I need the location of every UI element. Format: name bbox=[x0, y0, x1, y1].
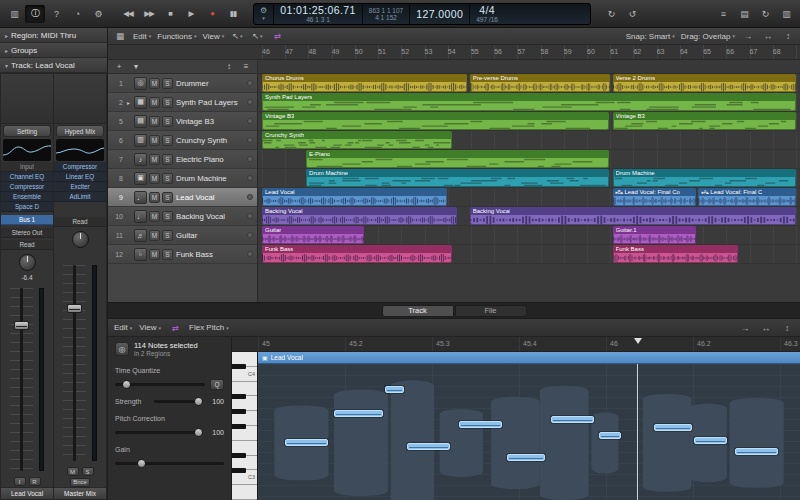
track-power-icon[interactable] bbox=[247, 232, 253, 238]
solo-button[interactable]: S bbox=[162, 173, 173, 184]
flex-pitch-note[interactable] bbox=[694, 437, 727, 444]
mute-button[interactable]: M bbox=[149, 192, 160, 203]
track-height-icon[interactable]: ↕ bbox=[222, 61, 236, 72]
ruler-scale[interactable]: 4647484950515253545556575859606162636465… bbox=[258, 45, 800, 59]
smart-controls-icon[interactable]: ◔ bbox=[67, 5, 87, 23]
fader-track[interactable] bbox=[20, 288, 23, 471]
mute-button[interactable]: M bbox=[149, 249, 160, 260]
strength-slider[interactable] bbox=[154, 400, 203, 403]
region[interactable]: Verse 2 Drums bbox=[613, 74, 796, 92]
lcd-time-section[interactable]: 01:01:25:06.71 46 1 3 1 bbox=[274, 4, 363, 24]
piano-key-black[interactable] bbox=[232, 364, 246, 369]
apple-loops-icon[interactable]: ↻ bbox=[755, 5, 775, 23]
command-tool-menu[interactable]: ↖▾ bbox=[250, 30, 264, 43]
view-menu[interactable]: View▾ bbox=[203, 32, 225, 41]
forward-button[interactable]: ▶▶ bbox=[139, 5, 159, 23]
flex-pitch-menu[interactable]: Flex Pitch▾ bbox=[189, 323, 229, 332]
region[interactable]: Crunchy Synth bbox=[262, 131, 452, 149]
add-track-button[interactable]: + bbox=[112, 61, 126, 72]
time-quantize-slider[interactable] bbox=[115, 383, 205, 386]
record-enable-button[interactable]: R bbox=[29, 477, 41, 486]
track-header-funk-bass[interactable]: 12♭MSFunk Bass bbox=[108, 245, 257, 264]
tab-file[interactable]: File bbox=[455, 305, 527, 317]
piano-keyboard[interactable]: C4C3 bbox=[232, 352, 258, 500]
region[interactable]: Chorus Drums bbox=[262, 74, 467, 92]
slider-knob[interactable] bbox=[194, 397, 203, 406]
flex-pitch-note[interactable] bbox=[551, 416, 594, 423]
tab-track[interactable]: Track bbox=[382, 305, 454, 317]
fader-track[interactable] bbox=[73, 265, 76, 461]
piano-key-c4[interactable]: C4 bbox=[232, 367, 257, 382]
inspector-icon[interactable]: ⓘ bbox=[25, 5, 45, 23]
v-zoom-icon[interactable]: ↕ bbox=[780, 321, 794, 334]
channel-setting-button[interactable]: Hyped Mix bbox=[56, 125, 104, 137]
piano-key-black[interactable] bbox=[232, 394, 246, 399]
track-power-icon[interactable] bbox=[247, 137, 253, 143]
tools-icon[interactable]: ⚙ bbox=[88, 5, 108, 23]
track-header-backing-vocal[interactable]: 10♩MSBacking Vocal bbox=[108, 207, 257, 226]
bar-ruler[interactable]: 4647484950515253545556575859606162636465… bbox=[108, 45, 800, 60]
pan-knob[interactable] bbox=[19, 254, 36, 271]
mute-button[interactable]: M bbox=[149, 211, 160, 222]
audio-fx-slot[interactable]: Compressor bbox=[1, 182, 53, 192]
eq-thumbnail[interactable] bbox=[56, 139, 104, 161]
lcd-settings-icon[interactable]: ⚙ bbox=[260, 6, 267, 15]
edit-menu[interactable]: Edit▾ bbox=[133, 32, 151, 41]
flex-pitch-note[interactable] bbox=[285, 439, 328, 446]
region[interactable]: Drum Machine bbox=[613, 169, 796, 187]
flex-pitch-note[interactable] bbox=[407, 443, 450, 450]
region[interactable]: E-Piano bbox=[306, 150, 609, 168]
solo-button[interactable]: S bbox=[162, 211, 173, 222]
region[interactable]: Synth Pad Layers bbox=[262, 93, 796, 111]
quantize-button[interactable]: Q bbox=[210, 379, 224, 390]
channel-name[interactable]: Lead Vocal bbox=[1, 487, 53, 499]
output-slot[interactable]: Stereo Out bbox=[1, 228, 53, 238]
track-power-icon[interactable] bbox=[247, 118, 253, 124]
solo-button[interactable]: S bbox=[162, 135, 173, 146]
flex-pitch-note[interactable] bbox=[654, 424, 692, 431]
track-lane[interactable]: GuitarGuitar.1 bbox=[258, 226, 800, 245]
flex-mode-icon[interactable]: ⇄ bbox=[270, 30, 284, 43]
region[interactable]: Drum Machine bbox=[306, 169, 609, 187]
flex-pitch-note[interactable] bbox=[334, 410, 383, 417]
flex-pitch-note[interactable] bbox=[507, 454, 545, 461]
pause-button[interactable]: ▮▮ bbox=[223, 5, 243, 23]
send-slot[interactable]: Bus 1 bbox=[1, 215, 53, 225]
track-header-synth-pad-layers[interactable]: 2▸▦MSSynth Pad Layers bbox=[108, 93, 257, 112]
region[interactable]: Guitar bbox=[262, 226, 364, 244]
eq-thumbnail[interactable] bbox=[3, 139, 51, 161]
automation-mode-button[interactable]: Read bbox=[54, 217, 106, 227]
solo-button[interactable]: S bbox=[162, 192, 173, 203]
flex-mode-icon[interactable]: ⇄ bbox=[168, 321, 182, 334]
region[interactable]: Backing Vocal bbox=[262, 207, 457, 225]
piano-key-black[interactable] bbox=[232, 409, 246, 414]
track-lane[interactable]: Crunchy Synth bbox=[258, 131, 800, 150]
mute-button[interactable]: M bbox=[149, 78, 160, 89]
audio-fx-slot[interactable]: Ensemble bbox=[1, 192, 53, 202]
audio-fx-slot[interactable]: Channel EQ bbox=[1, 172, 53, 182]
mute-button[interactable]: M bbox=[67, 467, 79, 476]
h-zoom-icon[interactable]: ↔ bbox=[761, 30, 775, 43]
region[interactable]: Vintage B3 bbox=[613, 112, 796, 130]
region[interactable]: Backing Vocal bbox=[470, 207, 796, 225]
track-lane[interactable]: Funk BassFunk Bass bbox=[258, 245, 800, 264]
library-icon[interactable]: ▥ bbox=[4, 5, 24, 23]
lcd-settings-section[interactable]: ⚙ ▾ bbox=[254, 4, 274, 24]
flex-pitch-note[interactable] bbox=[385, 386, 404, 393]
editor-view-menu[interactable]: View▾ bbox=[139, 323, 161, 332]
track-lane[interactable]: Vintage B3Vintage B3 bbox=[258, 112, 800, 131]
audio-fx-slot[interactable]: Linear EQ bbox=[54, 172, 106, 182]
flex-pitch-note[interactable] bbox=[735, 448, 778, 455]
catch-playhead-icon[interactable]: → bbox=[741, 30, 755, 43]
track-inspector-header[interactable]: ▾ Track: Lead Vocal bbox=[0, 58, 107, 73]
slider-knob[interactable] bbox=[194, 428, 203, 437]
cycle-icon[interactable]: ↻ bbox=[601, 5, 621, 23]
track-power-icon[interactable] bbox=[247, 156, 253, 162]
track-header-drum-machine[interactable]: 8▣MSDrum Machine bbox=[108, 169, 257, 188]
grid-icon[interactable]: ▦ bbox=[113, 30, 127, 43]
bounce-button[interactable]: Bnce bbox=[70, 478, 90, 487]
track-header-electric-piano[interactable]: 7♪MSElectric Piano bbox=[108, 150, 257, 169]
track-options-icon[interactable]: ≡ bbox=[239, 61, 253, 72]
track-power-icon[interactable] bbox=[247, 175, 253, 181]
snap-menu[interactable]: Snap: Smart▾ bbox=[626, 32, 675, 41]
